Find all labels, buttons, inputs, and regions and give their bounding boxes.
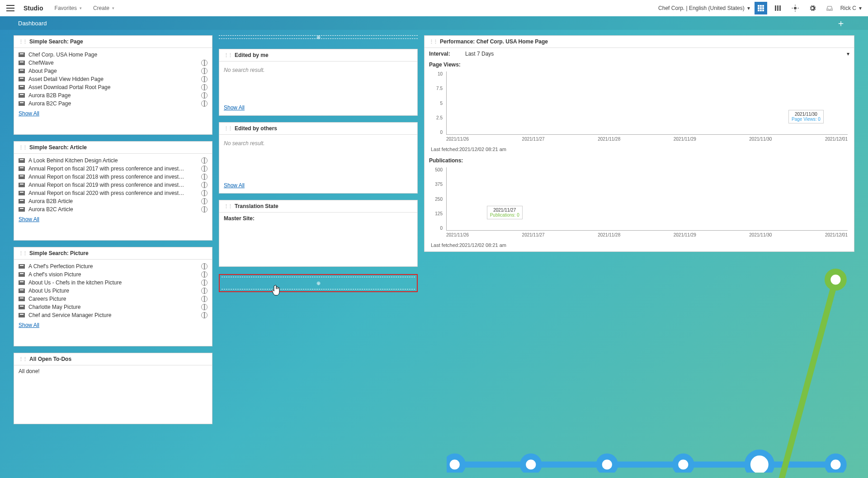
- list-item[interactable]: Annual Report on fiscal 2018 with press …: [19, 173, 208, 181]
- drag-handle-icon[interactable]: ⋮⋮: [19, 39, 27, 45]
- svg-rect-7: [760, 9, 762, 11]
- drag-handle-icon[interactable]: ⋮⋮: [224, 52, 232, 58]
- widget-search-page: ⋮⋮Simple Search: Page Chef Corp. USA Hom…: [14, 35, 212, 135]
- list-item[interactable]: About Us Picture: [19, 287, 208, 295]
- content-type-icon: [19, 77, 25, 81]
- drop-zone-top[interactable]: [219, 35, 418, 39]
- list-item[interactable]: Annual Report on fiscal 2019 with press …: [19, 181, 208, 189]
- list-item[interactable]: Asset Detail View Hidden Page: [19, 75, 208, 83]
- globe-icon[interactable]: [201, 312, 208, 318]
- globe-icon[interactable]: [201, 296, 208, 302]
- show-all-link[interactable]: Show All: [19, 216, 39, 222]
- drag-handle-icon[interactable]: ⋮⋮: [224, 204, 232, 209]
- content-type-icon: [19, 191, 25, 195]
- menu-create[interactable]: Create▾: [93, 5, 114, 11]
- globe-icon[interactable]: [201, 304, 208, 310]
- x-axis: 2021/11/262021/11/272021/11/282021/11/29…: [446, 232, 848, 240]
- globe-icon[interactable]: [201, 263, 208, 270]
- svg-point-16: [797, 8, 798, 9]
- item-label: Annual Report on fiscal 2017 with press …: [28, 166, 187, 172]
- inbox-icon[interactable]: [823, 2, 836, 14]
- svg-rect-4: [760, 7, 762, 9]
- globe-icon[interactable]: [201, 288, 208, 294]
- content-type-icon: [19, 207, 25, 212]
- list-item[interactable]: Aurora B2B Page: [19, 91, 208, 99]
- globe-icon[interactable]: [201, 68, 208, 74]
- all-done-text: All done!: [19, 368, 40, 374]
- item-label: Careers Picture: [28, 296, 66, 302]
- list-item[interactable]: About Page: [19, 67, 208, 75]
- user-menu[interactable]: Rick C▾: [840, 5, 862, 11]
- list-item[interactable]: Chef and Service Manager Picture: [19, 311, 208, 319]
- drop-zone-highlighted[interactable]: [219, 274, 418, 292]
- list-item[interactable]: A Look Behind Kitchen Design Article: [19, 156, 208, 165]
- add-widget-button[interactable]: ＋: [836, 17, 850, 29]
- list-item[interactable]: Aurora B2C Article: [19, 205, 208, 213]
- show-all-link[interactable]: Show All: [19, 322, 39, 328]
- globe-icon[interactable]: [201, 60, 208, 66]
- globe-icon[interactable]: [201, 174, 208, 180]
- drag-handle-icon[interactable]: ⋮⋮: [429, 39, 437, 45]
- list-item[interactable]: Charlotte May Picture: [19, 303, 208, 311]
- target-icon[interactable]: [789, 2, 802, 14]
- content-type-icon: [19, 101, 25, 106]
- gear-icon[interactable]: [806, 2, 819, 14]
- svg-rect-1: [760, 5, 762, 7]
- content-type-icon: [19, 158, 25, 163]
- list-item[interactable]: Asset Download Portal Root Page: [19, 83, 208, 91]
- list-item[interactable]: ChefWave: [19, 59, 208, 67]
- show-all-link[interactable]: Show All: [224, 182, 413, 189]
- globe-icon[interactable]: [201, 166, 208, 172]
- list-item[interactable]: Aurora B2C Page: [19, 99, 208, 108]
- drag-handle-icon[interactable]: ⋮⋮: [19, 251, 27, 256]
- item-label: Asset Download Portal Root Page: [28, 84, 110, 90]
- globe-icon[interactable]: [201, 100, 208, 107]
- drag-handle-icon[interactable]: ⋮⋮: [19, 356, 27, 362]
- list-item[interactable]: A chef's vision Picture: [19, 270, 208, 279]
- chevron-down-icon: ▾: [747, 5, 750, 11]
- list-item[interactable]: Careers Picture: [19, 295, 208, 303]
- chevron-down-icon[interactable]: ▾: [847, 51, 849, 57]
- bars-icon[interactable]: [772, 2, 784, 14]
- drag-handle-icon[interactable]: ⋮⋮: [224, 126, 232, 132]
- item-label: Aurora B2B Article: [28, 198, 73, 204]
- globe-icon[interactable]: [201, 157, 208, 164]
- widget-todos: ⋮⋮All Open To-Dos All done!: [14, 353, 212, 424]
- grid-icon[interactable]: [755, 2, 767, 14]
- menu-favorites[interactable]: Favorites▾: [55, 5, 82, 11]
- site-selector[interactable]: Chef Corp. | English (United States)▾: [658, 5, 750, 11]
- svg-rect-10: [777, 5, 778, 11]
- show-all-link[interactable]: Show All: [19, 110, 39, 117]
- globe-icon[interactable]: [201, 76, 208, 82]
- list-item[interactable]: Annual Report on fiscal 2017 with press …: [19, 165, 208, 173]
- svg-rect-5: [762, 7, 764, 9]
- globe-icon[interactable]: [201, 84, 208, 90]
- chevron-down-icon: ▾: [859, 5, 862, 11]
- svg-point-13: [795, 5, 796, 6]
- list-item[interactable]: A Chef's Perfection Picture: [19, 262, 208, 270]
- list-item[interactable]: Annual Report on fiscal 2020 with press …: [19, 189, 208, 197]
- globe-icon[interactable]: [201, 279, 208, 286]
- drag-handle-icon[interactable]: ⋮⋮: [19, 145, 27, 151]
- list-item[interactable]: Aurora B2B Article: [19, 197, 208, 205]
- show-all-link[interactable]: Show All: [224, 104, 413, 111]
- globe-icon[interactable]: [201, 198, 208, 204]
- breadcrumb[interactable]: Dashboard: [18, 20, 47, 27]
- item-label: About Us Picture: [28, 288, 69, 294]
- item-label: Aurora B2B Page: [28, 92, 71, 99]
- site-selector-label: Chef Corp. | English (United States): [658, 5, 745, 11]
- pageviews-chart: 107.552.50 2021/11/30 Page Views: 0 2021…: [429, 71, 849, 144]
- content-type-icon: [19, 69, 25, 73]
- interval-value[interactable]: Last 7 Days: [465, 51, 838, 57]
- globe-icon[interactable]: [201, 271, 208, 278]
- globe-icon[interactable]: [201, 182, 208, 188]
- list-item[interactable]: About Us - Chefs in the kitchen Picture: [19, 279, 208, 287]
- globe-icon[interactable]: [201, 206, 208, 213]
- y-axis: 107.552.50: [429, 71, 443, 135]
- list-item[interactable]: Chef Corp. USA Home Page: [19, 51, 208, 59]
- globe-icon[interactable]: [201, 190, 208, 196]
- globe-icon[interactable]: [201, 92, 208, 99]
- hamburger-icon[interactable]: [6, 5, 14, 11]
- item-label: Annual Report on fiscal 2019 with press …: [28, 182, 187, 188]
- svg-rect-8: [762, 9, 764, 11]
